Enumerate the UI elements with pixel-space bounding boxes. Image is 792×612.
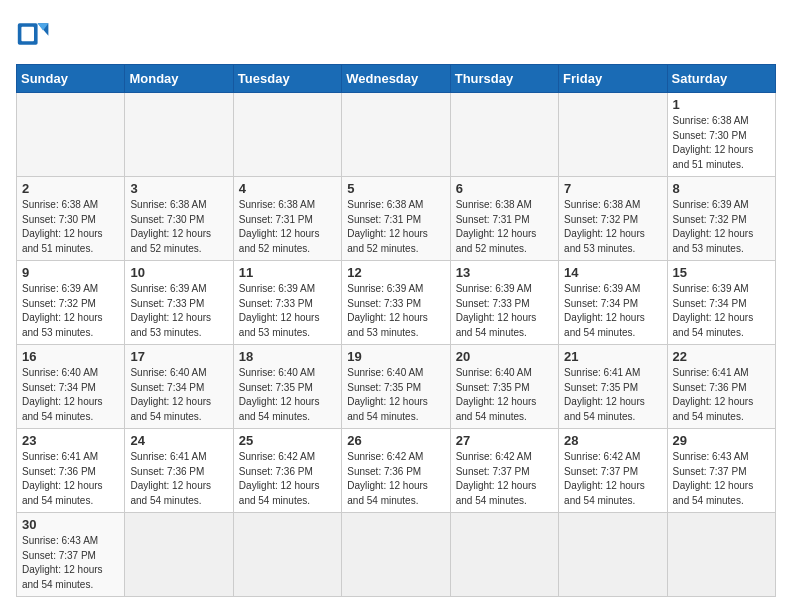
calendar-cell — [125, 93, 233, 177]
day-info: Sunrise: 6:39 AMSunset: 7:34 PMDaylight:… — [673, 282, 770, 340]
calendar-cell: 25Sunrise: 6:42 AMSunset: 7:36 PMDayligh… — [233, 429, 341, 513]
day-info: Sunrise: 6:41 AMSunset: 7:36 PMDaylight:… — [673, 366, 770, 424]
calendar-cell: 29Sunrise: 6:43 AMSunset: 7:37 PMDayligh… — [667, 429, 775, 513]
calendar-cell: 12Sunrise: 6:39 AMSunset: 7:33 PMDayligh… — [342, 261, 450, 345]
day-number: 12 — [347, 265, 444, 280]
calendar-cell — [17, 93, 125, 177]
day-info: Sunrise: 6:39 AMSunset: 7:32 PMDaylight:… — [22, 282, 119, 340]
day-number: 10 — [130, 265, 227, 280]
day-info: Sunrise: 6:39 AMSunset: 7:33 PMDaylight:… — [130, 282, 227, 340]
calendar-cell — [125, 513, 233, 597]
calendar-cell: 27Sunrise: 6:42 AMSunset: 7:37 PMDayligh… — [450, 429, 558, 513]
day-info: Sunrise: 6:40 AMSunset: 7:35 PMDaylight:… — [239, 366, 336, 424]
calendar-row: 30Sunrise: 6:43 AMSunset: 7:37 PMDayligh… — [17, 513, 776, 597]
day-info: Sunrise: 6:38 AMSunset: 7:31 PMDaylight:… — [239, 198, 336, 256]
day-info: Sunrise: 6:42 AMSunset: 7:37 PMDaylight:… — [456, 450, 553, 508]
day-number: 2 — [22, 181, 119, 196]
calendar-cell — [342, 93, 450, 177]
calendar-row: 16Sunrise: 6:40 AMSunset: 7:34 PMDayligh… — [17, 345, 776, 429]
calendar-cell: 3Sunrise: 6:38 AMSunset: 7:30 PMDaylight… — [125, 177, 233, 261]
day-info: Sunrise: 6:38 AMSunset: 7:30 PMDaylight:… — [130, 198, 227, 256]
calendar-cell: 16Sunrise: 6:40 AMSunset: 7:34 PMDayligh… — [17, 345, 125, 429]
day-info: Sunrise: 6:42 AMSunset: 7:36 PMDaylight:… — [347, 450, 444, 508]
calendar-cell: 22Sunrise: 6:41 AMSunset: 7:36 PMDayligh… — [667, 345, 775, 429]
calendar-cell: 20Sunrise: 6:40 AMSunset: 7:35 PMDayligh… — [450, 345, 558, 429]
calendar-cell: 2Sunrise: 6:38 AMSunset: 7:30 PMDaylight… — [17, 177, 125, 261]
day-number: 30 — [22, 517, 119, 532]
generalblue-logo-icon — [16, 16, 52, 52]
day-number: 18 — [239, 349, 336, 364]
calendar-cell: 4Sunrise: 6:38 AMSunset: 7:31 PMDaylight… — [233, 177, 341, 261]
calendar-cell — [233, 93, 341, 177]
day-info: Sunrise: 6:41 AMSunset: 7:36 PMDaylight:… — [22, 450, 119, 508]
calendar-cell: 24Sunrise: 6:41 AMSunset: 7:36 PMDayligh… — [125, 429, 233, 513]
day-info: Sunrise: 6:40 AMSunset: 7:35 PMDaylight:… — [456, 366, 553, 424]
day-number: 29 — [673, 433, 770, 448]
day-info: Sunrise: 6:38 AMSunset: 7:31 PMDaylight:… — [456, 198, 553, 256]
logo — [16, 16, 58, 52]
calendar-cell: 10Sunrise: 6:39 AMSunset: 7:33 PMDayligh… — [125, 261, 233, 345]
day-info: Sunrise: 6:38 AMSunset: 7:32 PMDaylight:… — [564, 198, 661, 256]
day-number: 9 — [22, 265, 119, 280]
calendar-cell: 11Sunrise: 6:39 AMSunset: 7:33 PMDayligh… — [233, 261, 341, 345]
day-number: 20 — [456, 349, 553, 364]
calendar-cell: 23Sunrise: 6:41 AMSunset: 7:36 PMDayligh… — [17, 429, 125, 513]
weekday-header-sunday: Sunday — [17, 65, 125, 93]
calendar-cell: 17Sunrise: 6:40 AMSunset: 7:34 PMDayligh… — [125, 345, 233, 429]
day-number: 4 — [239, 181, 336, 196]
calendar-cell — [667, 513, 775, 597]
calendar-cell — [233, 513, 341, 597]
day-number: 28 — [564, 433, 661, 448]
calendar-row: 2Sunrise: 6:38 AMSunset: 7:30 PMDaylight… — [17, 177, 776, 261]
day-number: 16 — [22, 349, 119, 364]
calendar-cell — [450, 93, 558, 177]
calendar-cell: 26Sunrise: 6:42 AMSunset: 7:36 PMDayligh… — [342, 429, 450, 513]
day-number: 3 — [130, 181, 227, 196]
calendar-row: 1Sunrise: 6:38 AMSunset: 7:30 PMDaylight… — [17, 93, 776, 177]
day-number: 8 — [673, 181, 770, 196]
day-number: 22 — [673, 349, 770, 364]
day-number: 21 — [564, 349, 661, 364]
day-number: 14 — [564, 265, 661, 280]
weekday-header-thursday: Thursday — [450, 65, 558, 93]
calendar-cell — [559, 93, 667, 177]
day-info: Sunrise: 6:39 AMSunset: 7:34 PMDaylight:… — [564, 282, 661, 340]
calendar-row: 9Sunrise: 6:39 AMSunset: 7:32 PMDaylight… — [17, 261, 776, 345]
calendar-cell — [342, 513, 450, 597]
svg-rect-1 — [21, 27, 34, 41]
day-number: 5 — [347, 181, 444, 196]
day-number: 11 — [239, 265, 336, 280]
day-info: Sunrise: 6:41 AMSunset: 7:36 PMDaylight:… — [130, 450, 227, 508]
calendar-cell — [559, 513, 667, 597]
day-info: Sunrise: 6:38 AMSunset: 7:31 PMDaylight:… — [347, 198, 444, 256]
calendar-cell: 5Sunrise: 6:38 AMSunset: 7:31 PMDaylight… — [342, 177, 450, 261]
weekday-header-saturday: Saturday — [667, 65, 775, 93]
page-header — [16, 16, 776, 52]
day-number: 26 — [347, 433, 444, 448]
weekday-header-monday: Monday — [125, 65, 233, 93]
calendar-cell: 18Sunrise: 6:40 AMSunset: 7:35 PMDayligh… — [233, 345, 341, 429]
day-info: Sunrise: 6:40 AMSunset: 7:35 PMDaylight:… — [347, 366, 444, 424]
day-number: 13 — [456, 265, 553, 280]
calendar-cell: 8Sunrise: 6:39 AMSunset: 7:32 PMDaylight… — [667, 177, 775, 261]
day-number: 17 — [130, 349, 227, 364]
day-number: 19 — [347, 349, 444, 364]
day-number: 6 — [456, 181, 553, 196]
calendar-cell — [450, 513, 558, 597]
calendar-cell: 13Sunrise: 6:39 AMSunset: 7:33 PMDayligh… — [450, 261, 558, 345]
day-info: Sunrise: 6:43 AMSunset: 7:37 PMDaylight:… — [22, 534, 119, 592]
calendar-cell: 9Sunrise: 6:39 AMSunset: 7:32 PMDaylight… — [17, 261, 125, 345]
calendar-cell: 6Sunrise: 6:38 AMSunset: 7:31 PMDaylight… — [450, 177, 558, 261]
day-info: Sunrise: 6:40 AMSunset: 7:34 PMDaylight:… — [130, 366, 227, 424]
day-info: Sunrise: 6:39 AMSunset: 7:33 PMDaylight:… — [239, 282, 336, 340]
calendar-cell: 7Sunrise: 6:38 AMSunset: 7:32 PMDaylight… — [559, 177, 667, 261]
calendar-cell: 14Sunrise: 6:39 AMSunset: 7:34 PMDayligh… — [559, 261, 667, 345]
day-info: Sunrise: 6:42 AMSunset: 7:36 PMDaylight:… — [239, 450, 336, 508]
weekday-header-wednesday: Wednesday — [342, 65, 450, 93]
calendar-cell: 19Sunrise: 6:40 AMSunset: 7:35 PMDayligh… — [342, 345, 450, 429]
calendar-cell: 28Sunrise: 6:42 AMSunset: 7:37 PMDayligh… — [559, 429, 667, 513]
calendar-row: 23Sunrise: 6:41 AMSunset: 7:36 PMDayligh… — [17, 429, 776, 513]
weekday-header-friday: Friday — [559, 65, 667, 93]
day-info: Sunrise: 6:40 AMSunset: 7:34 PMDaylight:… — [22, 366, 119, 424]
day-number: 1 — [673, 97, 770, 112]
